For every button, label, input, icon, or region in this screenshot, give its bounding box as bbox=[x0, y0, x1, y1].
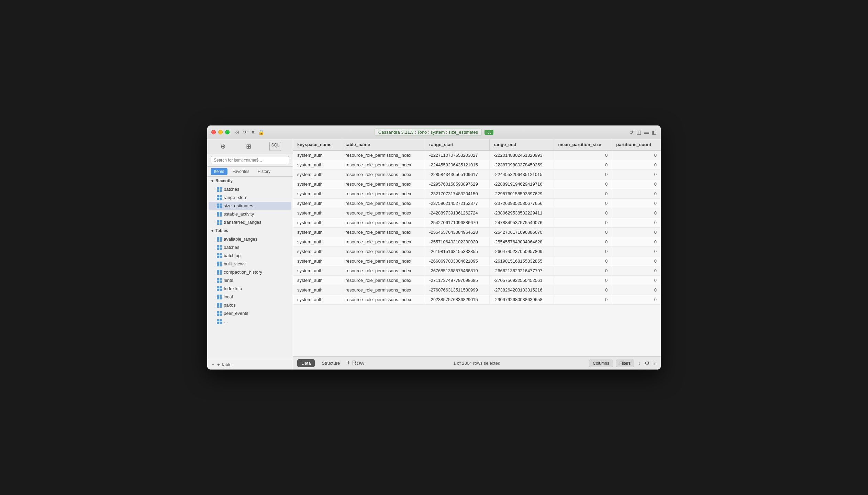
sidebar-item-recently-range-xfers[interactable]: range_xfers bbox=[209, 194, 291, 201]
table-row[interactable]: system_authresource_role_permissons_inde… bbox=[293, 150, 661, 160]
cell-mean_partition_size: 0 bbox=[554, 256, 612, 266]
cell-partitions_count: 0 bbox=[612, 179, 661, 189]
cell-table_name: resource_role_permissons_index bbox=[341, 179, 425, 189]
col-partitions-count[interactable]: partitions_count bbox=[612, 139, 661, 150]
cell-keyspace_name: system_auth bbox=[293, 276, 341, 285]
sidebar-item-recently-transferred-ranges[interactable]: transferred_ranges bbox=[209, 218, 291, 226]
table-row[interactable]: system_authresource_role_permissons_inde… bbox=[293, 179, 661, 189]
sidebar-item-local[interactable]: local bbox=[209, 293, 291, 301]
cell-table_name: resource_role_permissons_index bbox=[341, 218, 425, 228]
table-grid-icon bbox=[217, 270, 222, 275]
sidebar-item-peer-events[interactable]: peer_events bbox=[209, 309, 291, 317]
close-button[interactable] bbox=[211, 130, 216, 134]
lock-icon[interactable]: 🔒 bbox=[258, 129, 265, 135]
table-row[interactable]: system_authresource_role_permissons_inde… bbox=[293, 218, 661, 228]
sidebar-item-recently-batches[interactable]: batches bbox=[209, 185, 291, 193]
table-row[interactable]: system_authresource_role_permissons_inde… bbox=[293, 247, 661, 256]
settings-gear-button[interactable]: ⚙ bbox=[645, 360, 649, 366]
table-row[interactable]: system_authresource_role_permissons_inde… bbox=[293, 276, 661, 285]
maximize-button[interactable] bbox=[225, 130, 230, 134]
cell-mean_partition_size: 0 bbox=[554, 237, 612, 247]
cell-range_start: -2542706171096886670 bbox=[425, 218, 490, 228]
layout-right-icon[interactable]: ◧ bbox=[652, 129, 657, 135]
table-row[interactable]: system_authresource_role_permissons_inde… bbox=[293, 208, 661, 218]
table-row[interactable]: system_authresource_role_permissons_inde… bbox=[293, 295, 661, 305]
sidebar-toolbar: ⊕ ⊞ SQL bbox=[207, 139, 293, 154]
columns-button[interactable]: Columns bbox=[589, 360, 613, 367]
sidebar-item-label: built_views bbox=[224, 261, 246, 266]
eye-icon[interactable]: 👁 bbox=[243, 129, 248, 135]
table-row[interactable]: system_authresource_role_permissons_inde… bbox=[293, 228, 661, 237]
cell-mean_partition_size: 0 bbox=[554, 266, 612, 276]
tables-section-header[interactable]: ▼ Tables bbox=[207, 227, 293, 235]
tab-items[interactable]: Items bbox=[211, 168, 227, 175]
tab-structure[interactable]: Structure bbox=[318, 359, 344, 367]
cell-range_end: -2288919194629419716 bbox=[489, 179, 554, 189]
cell-mean_partition_size: 0 bbox=[554, 285, 612, 295]
tab-history[interactable]: History bbox=[254, 168, 274, 175]
sidebar-item-paxos[interactable]: paxos bbox=[209, 301, 291, 309]
sidebar-db-icon[interactable]: ⊕ bbox=[219, 142, 228, 151]
table-grid-icon bbox=[217, 262, 222, 266]
table-row[interactable]: system_authresource_role_permissons_inde… bbox=[293, 285, 661, 295]
minimize-button[interactable] bbox=[218, 130, 223, 134]
cell-range_start: -2676851368575466819 bbox=[425, 266, 490, 276]
sidebar-item-label: … bbox=[224, 319, 228, 324]
cell-partitions_count: 0 bbox=[612, 160, 661, 170]
add-row-button[interactable]: + Row bbox=[347, 360, 365, 367]
next-page-button[interactable]: › bbox=[652, 360, 657, 367]
sidebar-item-recently-size-estimates[interactable]: size_estimates bbox=[209, 202, 291, 210]
filters-button[interactable]: Filters bbox=[616, 360, 635, 367]
data-panel: keyspace_name table_name range_start ran… bbox=[293, 139, 661, 370]
search-input[interactable] bbox=[211, 156, 289, 164]
cell-range_end: -2909792680088639658 bbox=[489, 295, 554, 305]
close-icon[interactable]: ⊗ bbox=[235, 129, 240, 135]
table-row[interactable]: system_authresource_role_permissons_inde… bbox=[293, 189, 661, 199]
sidebar-item-more[interactable]: … bbox=[209, 318, 291, 326]
sidebar-item-hints[interactable]: hints bbox=[209, 276, 291, 284]
app-window: ⊗ 👁 ≡ 🔒 Cassandra 3.11.3 : Tono : system… bbox=[207, 125, 661, 370]
cell-keyspace_name: system_auth bbox=[293, 285, 341, 295]
cell-table_name: resource_role_permissons_index bbox=[341, 247, 425, 256]
table-grid-icon bbox=[217, 187, 222, 192]
sidebar-item-label: peer_events bbox=[224, 311, 248, 316]
tab-favorites[interactable]: Favorites bbox=[229, 168, 253, 175]
layout-left-icon[interactable]: ◫ bbox=[636, 129, 641, 135]
prev-page-button[interactable]: ‹ bbox=[637, 360, 642, 367]
col-range-end[interactable]: range_end bbox=[489, 139, 554, 150]
table-body: system_authresource_role_permissons_inde… bbox=[293, 150, 661, 305]
sidebar-item-compaction-history[interactable]: compaction_history bbox=[209, 268, 291, 276]
sidebar-item-available-ranges[interactable]: available_ranges bbox=[209, 235, 291, 243]
sidebar-item-label: IndexInfo bbox=[224, 286, 242, 291]
table-row[interactable]: system_authresource_role_permissons_inde… bbox=[293, 170, 661, 179]
cell-range_end: -2738264203133315216 bbox=[489, 285, 554, 295]
add-table-button[interactable]: ＋ + Table bbox=[207, 359, 293, 370]
refresh-icon[interactable]: ↺ bbox=[629, 129, 634, 135]
sidebar-item-batches[interactable]: batches bbox=[209, 243, 291, 251]
cell-keyspace_name: system_auth bbox=[293, 295, 341, 305]
sidebar-item-indexinfo[interactable]: IndexInfo bbox=[209, 285, 291, 293]
list-icon[interactable]: ≡ bbox=[252, 129, 255, 135]
sidebar-item-built-views[interactable]: built_views bbox=[209, 260, 291, 268]
sidebar-table-icon[interactable]: ⊞ bbox=[244, 142, 253, 151]
col-range-start[interactable]: range_start bbox=[425, 139, 490, 150]
sidebar-tabs: Items Favorites History bbox=[207, 167, 293, 177]
cell-range_start: -2760766313511530999 bbox=[425, 285, 490, 295]
table-grid-icon bbox=[217, 295, 222, 299]
traffic-lights bbox=[211, 130, 230, 134]
table-row[interactable]: system_authresource_role_permissons_inde… bbox=[293, 237, 661, 247]
table-row[interactable]: system_authresource_role_permissons_inde… bbox=[293, 266, 661, 276]
col-keyspace-name[interactable]: keyspace_name bbox=[293, 139, 341, 150]
sidebar-item-recently-sstable-activity[interactable]: sstable_activity bbox=[209, 210, 291, 218]
recently-section-header[interactable]: ▼ Recently bbox=[207, 177, 293, 185]
sidebar-item-batchlog[interactable]: batchlog bbox=[209, 252, 291, 260]
tab-data[interactable]: Data bbox=[297, 359, 315, 367]
table-container[interactable]: keyspace_name table_name range_start ran… bbox=[293, 139, 661, 356]
table-row[interactable]: system_authresource_role_permissons_inde… bbox=[293, 256, 661, 266]
col-mean-partition-size[interactable]: mean_partition_size bbox=[554, 139, 612, 150]
table-row[interactable]: system_authresource_role_permissons_inde… bbox=[293, 160, 661, 170]
sidebar-sql-icon[interactable]: SQL bbox=[269, 142, 281, 151]
table-row[interactable]: system_authresource_role_permissons_inde… bbox=[293, 199, 661, 208]
col-table-name[interactable]: table_name bbox=[341, 139, 425, 150]
layout-center-icon[interactable]: ▬ bbox=[644, 129, 649, 135]
